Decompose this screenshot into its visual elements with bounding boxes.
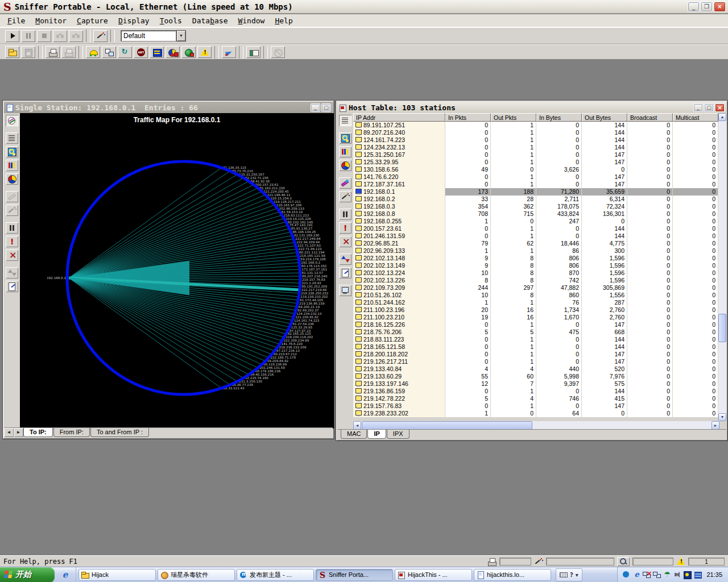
tray-m-icon[interactable] bbox=[622, 571, 630, 579]
taskbar-button-forum[interactable]: 发布新主题 - ... bbox=[237, 569, 314, 581]
tray-radar-icon[interactable] bbox=[684, 571, 692, 579]
menu-monitor[interactable]: Monitor bbox=[30, 15, 72, 26]
scroll-up-icon[interactable]: ▲ bbox=[718, 113, 726, 121]
table-row[interactable]: 202.109.73.20924429747,882305,86900 bbox=[353, 284, 719, 292]
column-header-broadcast[interactable]: Broadcast bbox=[627, 113, 673, 122]
pie-button[interactable] bbox=[5, 173, 19, 185]
table-row[interactable]: 202.96.209.133118630000 bbox=[353, 247, 719, 255]
close-button[interactable]: × bbox=[714, 2, 726, 12]
menu-file[interactable]: File bbox=[2, 15, 30, 26]
tab-scroll-left-icon[interactable]: ◄ bbox=[4, 428, 14, 437]
host-table-tab-ipx[interactable]: IPX bbox=[387, 430, 410, 439]
bar-chart-button[interactable] bbox=[338, 146, 352, 158]
scroll-right-icon[interactable]: ► bbox=[712, 421, 719, 430]
globe-button[interactable] bbox=[181, 45, 196, 59]
single-station-tab-from-ip[interactable]: From IP: bbox=[53, 428, 90, 437]
scrollbar-thumb[interactable] bbox=[362, 421, 532, 430]
table-row[interactable]: 218.75.76.2065547566800 bbox=[353, 329, 719, 336]
play-button[interactable] bbox=[5, 30, 20, 43]
pie-chart-button[interactable] bbox=[165, 45, 180, 59]
scrollbar-thumb[interactable] bbox=[718, 314, 726, 342]
minimize-button[interactable]: _ bbox=[688, 2, 700, 12]
table-row[interactable]: 211.100.23.19620161,7342,76000 bbox=[353, 306, 719, 314]
tray-umbrella-icon[interactable] bbox=[663, 571, 671, 579]
child-maximize-button[interactable]: □ bbox=[321, 103, 331, 112]
table-row[interactable]: 202.96.85.21796218,4464,77500 bbox=[353, 240, 719, 247]
find-host-button[interactable] bbox=[5, 146, 19, 158]
table-row[interactable]: 202.102.13.2241088701,59600 bbox=[353, 269, 719, 277]
open-button[interactable] bbox=[5, 45, 20, 59]
table-row[interactable]: 210.51.244.162117628700 bbox=[353, 299, 719, 306]
pie-button[interactable] bbox=[338, 159, 352, 172]
table-row[interactable]: 210.51.26.1021088601,55600 bbox=[353, 292, 719, 299]
child-close-button[interactable]: × bbox=[715, 103, 725, 112]
table-row[interactable]: 192.168.0.8708715433,824136,30100 bbox=[353, 210, 719, 218]
status-find-button[interactable] bbox=[617, 556, 630, 567]
column-header-in-pkts[interactable]: In Pkts bbox=[445, 113, 491, 122]
print-button[interactable] bbox=[45, 45, 60, 59]
list-button[interactable] bbox=[338, 114, 352, 127]
table-row[interactable]: 219.142.78.2225474641500 bbox=[353, 395, 719, 402]
tray-net-icon[interactable] bbox=[653, 571, 661, 579]
table-row[interactable]: 172.187.37.16101014700 bbox=[353, 181, 719, 188]
map-button[interactable] bbox=[5, 114, 19, 127]
art-button[interactable] bbox=[133, 45, 148, 59]
table-row[interactable]: 218.200.118.20201014700 bbox=[353, 351, 719, 358]
horizontal-scrollbar[interactable]: ◄ ► bbox=[353, 421, 719, 430]
host-table-tab-ip[interactable]: IP bbox=[367, 430, 386, 439]
note-button[interactable] bbox=[338, 267, 352, 279]
tray-ie-icon[interactable] bbox=[632, 571, 640, 579]
table-row[interactable]: 124.234.232.1301014400 bbox=[353, 144, 719, 151]
taskbar-button-lion[interactable]: 瑞星杀毒软件 bbox=[158, 569, 235, 581]
vertical-scrollbar[interactable]: ▲ ▼ bbox=[718, 113, 726, 421]
column-header-out-pkts[interactable]: Out Pkts bbox=[491, 113, 536, 122]
rocket-button[interactable] bbox=[338, 177, 352, 189]
language-bar[interactable]: ? ▾ bbox=[556, 568, 582, 581]
define-filter-button[interactable] bbox=[93, 30, 108, 43]
scroll-left-icon[interactable]: ◄ bbox=[353, 421, 361, 430]
menu-capture[interactable]: Capture bbox=[72, 15, 113, 26]
matrix-button[interactable] bbox=[117, 45, 133, 59]
column-header-ip-addr[interactable]: IP Addr bbox=[353, 113, 445, 122]
menu-database[interactable]: Database bbox=[187, 15, 233, 26]
table-row[interactable]: 130.158.6.564903,626000 bbox=[353, 166, 719, 173]
start-button[interactable]: 开始 bbox=[0, 567, 55, 582]
tray-netx-icon[interactable] bbox=[643, 571, 651, 579]
list-button[interactable] bbox=[5, 132, 19, 144]
table-row[interactable]: 192.168.0.3354362178,07572,32400 bbox=[353, 203, 719, 210]
menu-help[interactable]: Help bbox=[270, 15, 297, 26]
alert-button[interactable] bbox=[5, 235, 19, 248]
book-button[interactable] bbox=[246, 45, 261, 59]
options-icon[interactable]: ▾ bbox=[576, 572, 578, 578]
table-row[interactable]: 218.83.111.22301014400 bbox=[353, 336, 719, 343]
delete-button[interactable] bbox=[338, 235, 352, 248]
taskbar-button-sniffer[interactable]: Sniffer Porta... bbox=[316, 569, 393, 581]
combo-dropdown-icon[interactable]: ▼ bbox=[176, 30, 186, 41]
table-row[interactable]: 192.168.0.233282,7116,31400 bbox=[353, 196, 719, 203]
table-row[interactable]: 202.102.13.149988061,59600 bbox=[353, 262, 719, 269]
child-minimize-button[interactable]: _ bbox=[311, 103, 320, 112]
help-icon[interactable]: ? bbox=[570, 572, 573, 578]
alert-button[interactable] bbox=[338, 222, 352, 234]
table-row[interactable]: 200.157.23.6101014400 bbox=[353, 225, 719, 232]
table-row[interactable]: 219.133.197.1461279,39757500 bbox=[353, 380, 719, 388]
tray-layers-icon[interactable] bbox=[694, 571, 702, 579]
table-row[interactable]: 125.31.250.16701014700 bbox=[353, 151, 719, 159]
pause2-button[interactable] bbox=[5, 222, 19, 234]
pause2-button[interactable] bbox=[338, 208, 352, 221]
computer-button[interactable] bbox=[338, 284, 352, 297]
tab-scroll-right-icon[interactable]: ► bbox=[14, 428, 23, 437]
table-row[interactable]: 201.246.131.5901014400 bbox=[353, 232, 719, 240]
child-maximize-button[interactable]: □ bbox=[704, 103, 714, 112]
sort-button[interactable] bbox=[338, 253, 352, 265]
single-station-tab-to-ip[interactable]: To IP: bbox=[23, 428, 53, 437]
menu-tools[interactable]: Tools bbox=[155, 15, 187, 26]
table-row[interactable]: 211.100.23.21019161,6702,76000 bbox=[353, 314, 719, 321]
menu-display[interactable]: Display bbox=[113, 15, 155, 26]
table-row[interactable]: 141.76.6.22001014700 bbox=[353, 173, 719, 181]
table-row[interactable]: 219.126.217.21101014700 bbox=[353, 358, 719, 365]
dashboard-button[interactable] bbox=[85, 45, 101, 59]
table-row[interactable]: 89.207.216.24001014400 bbox=[353, 129, 719, 136]
bar-chart-button[interactable] bbox=[5, 159, 19, 172]
table-row[interactable]: 192.168.0.25510247000 bbox=[353, 218, 719, 225]
